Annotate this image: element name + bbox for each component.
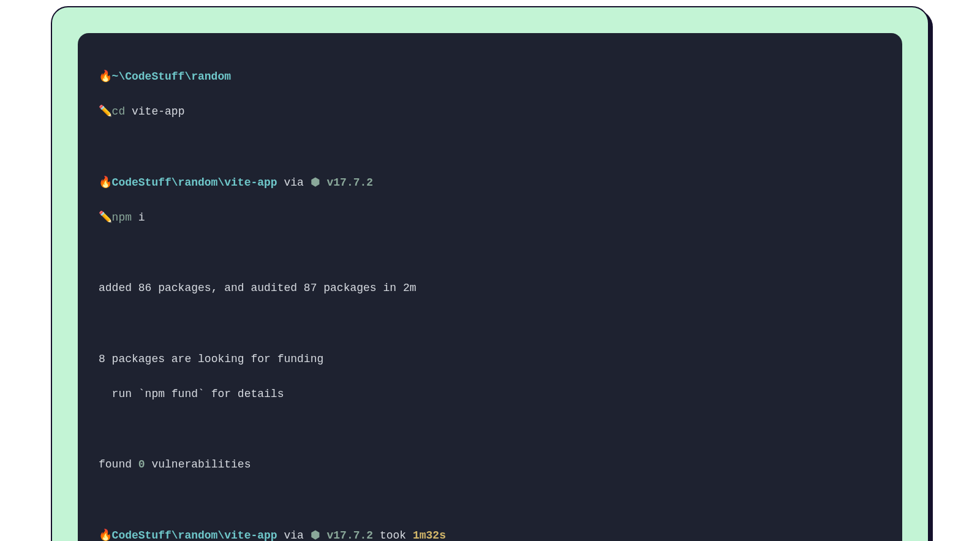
card-container: 🔥~\CodeStuff\random ✏️cd vite-app 🔥CodeS… [51, 6, 929, 541]
command-line-1: ✏️cd vite-app [99, 103, 881, 121]
command-line-2: ✏️npm i [99, 209, 881, 227]
prompt-path: ~\CodeStuff\random [112, 70, 231, 83]
pencil-icon: ✏️ [99, 209, 112, 227]
prompt-path: CodeStuff\random\vite-app [112, 529, 277, 541]
npm-output-line: added 86 packages, and audited 87 packag… [99, 279, 881, 297]
npm-output-line: 8 packages are looking for funding [99, 350, 881, 368]
prompt-line-3: 🔥CodeStuff\random\vite-app via ⬢ v17.7.2… [99, 527, 881, 541]
pencil-icon: ✏️ [99, 103, 112, 121]
vuln-text: found [99, 458, 138, 471]
vuln-count: 0 [138, 458, 145, 471]
npm-output-line: run `npm fund` for details [99, 385, 881, 403]
fire-icon: 🔥 [99, 68, 112, 86]
via-label: via [284, 529, 303, 541]
fire-icon: 🔥 [99, 174, 112, 192]
prompt-path: CodeStuff\random\vite-app [112, 176, 277, 189]
duration-value: 1m32s [413, 529, 446, 541]
cmd-name: cd [112, 105, 126, 118]
fire-icon: 🔥 [99, 527, 112, 541]
via-label: via [284, 176, 303, 189]
hexagon-icon: ⬢ [311, 527, 320, 541]
prompt-line-1: 🔥~\CodeStuff\random [99, 68, 881, 86]
hexagon-icon: ⬢ [311, 174, 320, 192]
vuln-text: vulnerabilities [145, 458, 251, 471]
npm-output-line: found 0 vulnerabilities [99, 456, 881, 474]
took-label: took [380, 529, 406, 541]
prompt-line-2: 🔥CodeStuff\random\vite-app via ⬢ v17.7.2 [99, 174, 881, 192]
terminal-window[interactable]: 🔥~\CodeStuff\random ✏️cd vite-app 🔥CodeS… [78, 33, 902, 541]
cmd-name: npm [112, 211, 132, 224]
cmd-arg: i [138, 211, 145, 224]
node-version: v17.7.2 [326, 529, 373, 541]
node-version: v17.7.2 [326, 176, 373, 189]
cmd-arg: vite-app [132, 105, 184, 118]
